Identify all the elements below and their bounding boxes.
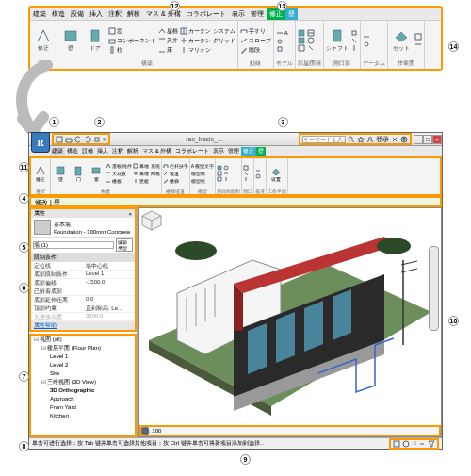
exchange-icon[interactable] — [391, 136, 398, 143]
filter-icon[interactable] — [428, 440, 435, 448]
mtab-insert[interactable]: 挿入 — [95, 147, 110, 156]
m-area[interactable] — [217, 176, 222, 182]
mullion-button[interactable]: マリオン — [180, 45, 236, 55]
browser-level2[interactable]: Level 2 — [31, 361, 135, 369]
tab-structure[interactable]: 構造 — [49, 8, 68, 20]
railing-button[interactable]: 手すり — [240, 26, 271, 36]
help-icon[interactable]: ? — [400, 136, 408, 143]
m-door-button[interactable]: 门 — [70, 165, 87, 182]
browser-level1[interactable]: Level 1 — [31, 353, 135, 361]
opening-btn-1[interactable] — [350, 29, 358, 37]
m-stair[interactable]: 楼梯 — [163, 177, 188, 185]
properties-help-link[interactable]: 属性帮助 — [34, 321, 57, 330]
tab-manage[interactable]: 管理 — [248, 8, 267, 20]
browser-kitchen[interactable]: Kitchen — [31, 412, 135, 420]
prop-v-boff[interactable]: -1500.0 — [83, 279, 135, 287]
design-options-icon[interactable] — [402, 440, 410, 448]
mtab-systems[interactable]: 設備 — [80, 147, 95, 156]
mtab-collab[interactable]: コラボレート — [173, 147, 211, 156]
save-icon[interactable] — [56, 136, 63, 143]
browser-3d-ortho[interactable]: 3D Orthographic — [31, 386, 135, 395]
stair-button[interactable]: 階段 — [240, 45, 271, 55]
wp-btn-2[interactable] — [414, 41, 422, 48]
datum-btn-1[interactable] — [363, 33, 370, 41]
component-button[interactable]: コンポーネント — [108, 36, 156, 45]
m-cs[interactable]: 幕墙 系统 — [133, 162, 159, 170]
prop-v-top[interactable]: 直到标高: Le... — [83, 304, 135, 312]
window-button[interactable]: 窓 — [108, 26, 156, 36]
close-button[interactable]: × — [432, 135, 442, 144]
mtab-modify[interactable]: 修正 — [241, 147, 256, 156]
mtab-view[interactable]: 表示 — [211, 147, 226, 156]
signin-link[interactable]: 登录 — [376, 135, 389, 144]
mtab-manage[interactable]: 管理 — [226, 147, 241, 156]
curtain-grid-button[interactable]: カーテン グリッド — [180, 36, 236, 45]
tab-collaborate[interactable]: コラボレート — [184, 8, 229, 20]
user-icon[interactable] — [366, 136, 374, 143]
area-btn-2[interactable] — [307, 37, 315, 44]
browser-floorplans[interactable]: ⊟楼层平面 (Floor Plan) — [31, 344, 135, 353]
prop-v-bext[interactable]: 0.0 — [83, 296, 135, 304]
modify-button[interactable]: 修正 — [32, 28, 55, 53]
prop-v-batt[interactable] — [83, 287, 135, 295]
m-roof[interactable]: 屋根 構件 — [106, 162, 132, 170]
m-ml[interactable]: 模型线 — [191, 170, 214, 177]
reveal-icon[interactable] — [141, 427, 149, 435]
roof-button[interactable]: 屋根 — [158, 26, 178, 36]
m-modify-button[interactable]: 修正 — [32, 165, 49, 182]
mtab-architecture[interactable]: 建築 — [50, 147, 65, 156]
column-button[interactable]: 柱 — [108, 45, 156, 55]
browser-approach[interactable]: Approach — [31, 395, 135, 403]
properties-close-icon[interactable]: × — [128, 211, 132, 217]
app-menu-button[interactable]: R — [31, 132, 50, 153]
star-icon[interactable] — [357, 136, 365, 143]
m-rail[interactable]: 栏杆扶手 — [163, 162, 188, 170]
door-button[interactable]: ドア — [84, 28, 106, 53]
m-mt[interactable]: A 模型文字 — [191, 162, 214, 170]
navigation-bar[interactable] — [429, 246, 439, 331]
tab-insert[interactable]: 挿入 — [87, 8, 106, 20]
wp-btn-1[interactable] — [414, 33, 422, 41]
m-a4[interactable] — [223, 176, 229, 182]
opening-btn-3[interactable] — [350, 44, 358, 52]
mtab-structure[interactable]: 構造 — [65, 147, 80, 156]
prop-v-locline[interactable]: 墙中心线 — [83, 262, 135, 270]
mtab-massing[interactable]: マス & 外構 — [140, 147, 173, 156]
curtain-system-button[interactable]: カーテン システム — [180, 26, 236, 36]
model-btn-1[interactable]: A — [276, 28, 288, 38]
floor-button[interactable]: 床 — [158, 45, 178, 55]
m-wall-button[interactable]: 壁 — [52, 165, 69, 182]
m-mullion[interactable]: 竖梃 — [133, 177, 159, 185]
category-constraints[interactable]: 限制条件 — [31, 254, 135, 262]
area-btn-1[interactable] — [307, 29, 315, 37]
select-links-icon[interactable] — [418, 440, 426, 448]
shaft-button[interactable]: シャフト — [326, 28, 349, 53]
prop-v-base[interactable]: Level 1 — [83, 271, 135, 278]
browser-root[interactable]: ⊟视图 (all) — [31, 336, 135, 344]
room-btn-1[interactable] — [298, 29, 305, 37]
tab-architecture[interactable]: 建築 — [30, 8, 49, 20]
redo-icon[interactable] — [84, 136, 91, 143]
datum-btn-2[interactable] — [363, 41, 370, 48]
m-floor[interactable]: 楼板 — [106, 177, 132, 185]
ramp-button[interactable]: スロープ — [240, 36, 271, 45]
undo-icon[interactable] — [74, 136, 82, 143]
opening-btn-2[interactable] — [350, 37, 358, 44]
mtab-analyze[interactable]: 解析 — [125, 147, 140, 156]
mtab-annotate[interactable]: 注釈 — [110, 147, 125, 156]
browser-fromyard[interactable]: From Yard — [31, 403, 135, 412]
browser-site[interactable]: Site — [31, 369, 135, 378]
print-icon[interactable] — [93, 136, 101, 143]
search-input[interactable] — [302, 136, 346, 143]
mtab-wall[interactable]: 壁 — [256, 147, 266, 156]
search-icon[interactable] — [348, 136, 355, 143]
open-icon[interactable] — [65, 136, 73, 143]
wall-button[interactable]: 壁 — [59, 28, 82, 53]
m-ramp[interactable]: 坡道 — [163, 170, 188, 177]
type-name[interactable]: Foundation - 300mm Concrete — [54, 229, 132, 235]
m-set[interactable]: 设置 — [268, 165, 284, 182]
browser-3dviews[interactable]: ⊟三维视图 (3D View) — [31, 378, 135, 386]
viewcube[interactable] — [139, 208, 164, 233]
set-button[interactable]: セット — [390, 28, 413, 53]
tab-analyze[interactable]: 解析 — [124, 8, 143, 20]
